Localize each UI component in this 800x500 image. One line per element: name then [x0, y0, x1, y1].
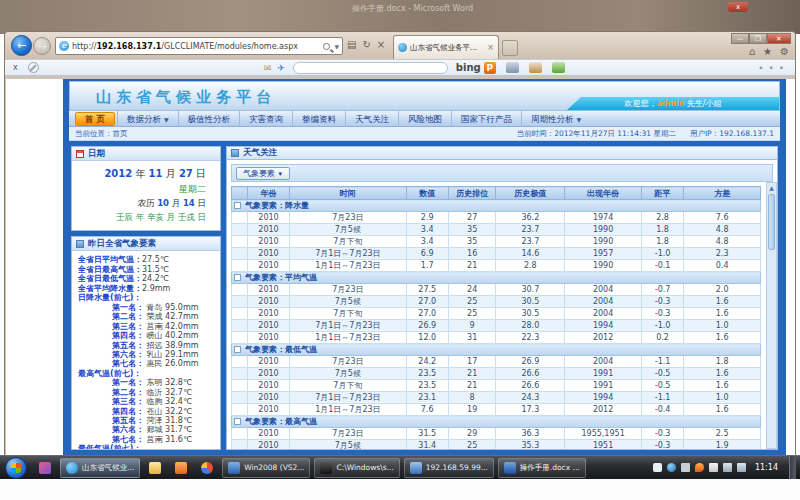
close-button[interactable]: ✕ — [767, 33, 791, 44]
nav-item-3[interactable]: 极值性分析 — [178, 111, 240, 127]
favorites-star-icon[interactable]: ★ — [763, 46, 772, 57]
group-checkbox[interactable] — [234, 418, 241, 425]
taskbar-explorer-icon[interactable] — [144, 458, 166, 478]
flag-icon[interactable] — [709, 463, 718, 472]
table-row[interactable]: 20107月1日～7月23日23.1824.31994-1.11.0 — [232, 392, 761, 404]
table-row[interactable]: 20107月1日～7月23日6.91614.61957-1.02.3 — [232, 248, 761, 260]
table-row[interactable]: 20107月下旬27.02530.52004-0.31.6 — [232, 308, 761, 320]
table-row[interactable]: 20107月5候23.52126.61991-0.51.6 — [232, 368, 761, 380]
group-row[interactable]: 气象要素：最低气温 — [232, 344, 761, 356]
group-checkbox[interactable] — [234, 274, 241, 281]
ime-badge[interactable] — [653, 463, 662, 472]
stat-value: 31.5℃ — [142, 265, 169, 274]
cell: 2004 — [565, 284, 642, 296]
table-row[interactable]: 20107月5候3.43523.719901.84.8 — [232, 224, 761, 236]
table-row[interactable]: 20107月下旬23.52126.61991-0.51.6 — [232, 380, 761, 392]
snapshot-icon[interactable] — [506, 62, 519, 73]
table-row[interactable]: 20107月5候31.42535.31951-0.31.9 — [232, 440, 761, 451]
nav-item-5[interactable]: 整编资料 — [292, 111, 345, 127]
background-close-icon[interactable]: x — [728, 2, 748, 12]
pinned-app-icon[interactable] — [34, 458, 56, 478]
send-icon[interactable]: ✈ — [277, 63, 285, 73]
addon-close-icon[interactable]: x — [13, 63, 18, 72]
element-dropdown-button[interactable]: 气象要素 ▼ — [236, 167, 290, 180]
message-icon[interactable] — [667, 463, 676, 472]
group-checkbox[interactable] — [234, 346, 241, 353]
table-row[interactable]: 20107月23日31.52936.31955,1951-0.32.5 — [232, 428, 761, 440]
taskbar-orange-app-icon[interactable] — [170, 458, 192, 478]
rank-item: 第七名： 莒南 31.6℃ — [78, 435, 218, 444]
cell: 2.5 — [684, 428, 761, 440]
taskbar-window-button[interactable]: 操作手册.docx ... — [498, 458, 586, 478]
cell: 23.5 — [406, 380, 448, 392]
column-header: 数值 — [406, 187, 448, 200]
nav-item-6[interactable]: 天气关注 — [345, 111, 398, 127]
network-icon[interactable] — [723, 463, 732, 472]
mail-icon[interactable]: ✉ — [264, 63, 272, 73]
stop-icon[interactable]: × — [377, 39, 385, 50]
nav-item-4[interactable]: 灾害查询 — [239, 111, 292, 127]
rank-label: 第一名： — [112, 378, 144, 387]
settings-gear-icon[interactable]: ⚙ — [780, 46, 789, 57]
group-checkbox[interactable] — [234, 202, 241, 209]
table-scrollbar[interactable]: ▲ — [766, 182, 777, 449]
forward-button[interactable]: → — [33, 37, 51, 55]
column-header: 年份 — [247, 187, 289, 200]
table-row[interactable]: 20101月1日～7月23日12.03122.320120.21.6 — [232, 332, 761, 344]
group-row[interactable]: 气象要素：最高气温 — [232, 416, 761, 428]
weather-stats-panel: 昨日全省气象要素 全省日平均气温：27.5℃全省日最高气温：31.5℃全省日最低… — [71, 236, 221, 450]
pet-tool-icon[interactable] — [529, 62, 542, 73]
scroll-thumb[interactable] — [768, 194, 775, 250]
compatibility-icon[interactable]: ▤ — [347, 39, 356, 50]
taskbar-window-button[interactable]: 山东省气候业... — [60, 458, 140, 478]
group-row[interactable]: 气象要素：降水量 — [232, 200, 761, 212]
tab-close-icon[interactable]: × — [487, 43, 494, 52]
nav-item-7[interactable]: 风险地图 — [398, 111, 451, 127]
taskbar-round-browser-icon[interactable] — [196, 458, 218, 478]
table-row[interactable]: 20107月23日24.21726.92004-1.11.8 — [232, 356, 761, 368]
toolbar-overflow-icon[interactable]: • • • — [758, 63, 785, 73]
home-icon[interactable]: ⌂ — [749, 46, 755, 57]
plugin-icon[interactable] — [552, 62, 565, 73]
taskbar-clock[interactable]: 11:14 — [755, 463, 778, 472]
nav-item-9[interactable]: 周期性分析▼ — [521, 111, 590, 127]
taskbar-window-button[interactable]: Win2008 (VS2... — [222, 458, 310, 478]
table-row[interactable]: 20107月23日2.92736.219742.87.6 — [232, 212, 761, 224]
nav-item-2[interactable]: 数据分析▼ — [117, 111, 178, 127]
search-icon[interactable] — [323, 43, 330, 50]
back-button[interactable]: ← — [11, 35, 32, 56]
address-bar[interactable]: e http://192.168.137.1/GLCCLIMATE/module… — [55, 37, 343, 55]
table-row[interactable]: 20101月1日～7月23日1.7212.81990-0.10.4 — [232, 260, 761, 272]
search-dropdown-icon[interactable]: ▼ — [334, 43, 339, 50]
browser-tab[interactable]: 山东省气候业务平... × — [393, 35, 499, 59]
nav-item-1[interactable]: 首 页 — [75, 112, 115, 126]
taskbar-window-button[interactable]: C:\Windows\s... — [314, 458, 399, 478]
nav-item-8[interactable]: 国家下行产品 — [451, 111, 521, 127]
cell: 17 — [448, 356, 496, 368]
table-row[interactable]: 20107月下旬3.43523.719901.84.8 — [232, 236, 761, 248]
table-row[interactable]: 20107月1日～7月23日26.9928.01994-1.01.0 — [232, 320, 761, 332]
rank-item: 第四名： 苍山 32.2℃ — [78, 407, 218, 416]
flame-icon[interactable] — [695, 463, 704, 472]
maximize-button[interactable]: ❐ — [749, 33, 767, 44]
scroll-up-icon[interactable]: ▲ — [767, 183, 776, 193]
table-row[interactable]: 20107月23日27.52430.72004-0.72.0 — [232, 284, 761, 296]
toolbar-search-input[interactable] — [293, 62, 448, 74]
arrow-up-icon[interactable] — [681, 463, 690, 472]
bing-badge-icon[interactable]: P — [484, 62, 496, 74]
start-button[interactable] — [5, 457, 27, 479]
cell: 7月23日 — [290, 284, 406, 296]
taskbar-window-button[interactable]: 192.168.59.99... — [404, 458, 494, 478]
new-tab-button[interactable] — [502, 40, 518, 56]
blocker-icon[interactable] — [28, 62, 39, 73]
cell: 2010 — [247, 320, 289, 332]
show-desktop-button[interactable] — [789, 456, 796, 480]
table-row[interactable]: 20101月1日～7月23日7.61917.32012-0.41.6 — [232, 404, 761, 416]
minimize-button[interactable]: — — [731, 33, 749, 44]
cell: -1.0 — [641, 248, 683, 260]
volume-icon[interactable] — [737, 463, 746, 472]
refresh-icon[interactable]: ↻ — [362, 39, 370, 50]
group-row[interactable]: 气象要素：平均气温 — [232, 272, 761, 284]
cell: 7月1日～7月23日 — [290, 392, 406, 404]
table-row[interactable]: 20107月5候27.02530.52004-0.31.6 — [232, 296, 761, 308]
